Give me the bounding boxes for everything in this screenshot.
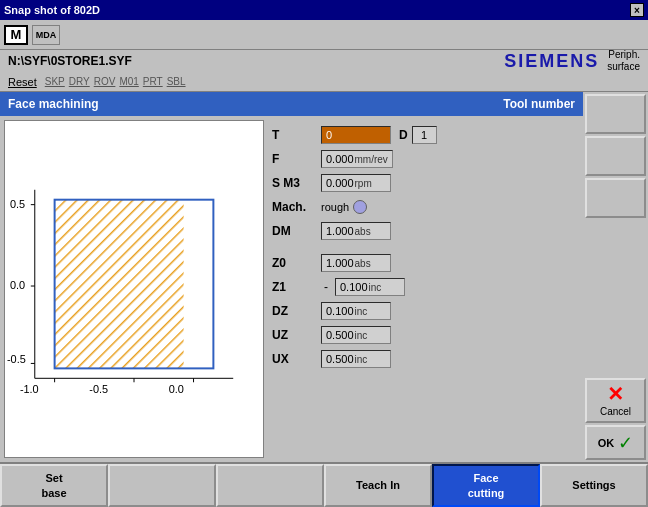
f-input[interactable]: 0.000 mm/rev (321, 150, 393, 168)
f-label: F (272, 152, 317, 166)
rough-indicator: rough (321, 200, 367, 214)
work-area: 0.5 0.0 -0.5 -1.0 -0.5 0.0 (0, 116, 583, 462)
dm-label: DM (272, 224, 317, 238)
tool-number-label: Tool number (503, 97, 575, 111)
dm-row: DM 1.000 abs (272, 220, 579, 242)
cancel-x-icon: ✕ (607, 384, 624, 404)
t-label: T (272, 128, 317, 142)
d-input[interactable]: 1 (412, 126, 437, 144)
dz-label: DZ (272, 304, 317, 318)
tab-dry[interactable]: DRY (69, 76, 90, 87)
graph-area: 0.5 0.0 -0.5 -1.0 -0.5 0.0 (4, 120, 264, 458)
bottom-btn-2[interactable] (108, 464, 216, 507)
ux-label: UX (272, 352, 317, 366)
d-label: D (399, 128, 408, 142)
tool-row: T 0 D 1 (272, 124, 579, 146)
main-window: M MDA N:\SYF\0STORE1.SYF SIEMENS Periph.… (0, 20, 648, 507)
cancel-button[interactable]: ✕ Cancel (585, 378, 646, 423)
filepath-text: N:\SYF\0STORE1.SYF (8, 54, 132, 68)
face-machining-label: Face machining (8, 97, 503, 111)
content-area: Face machining Tool number (0, 92, 648, 462)
m-icon[interactable]: M (4, 25, 28, 45)
bottom-btn-3[interactable] (216, 464, 324, 507)
sidebar-spacer (585, 220, 646, 376)
z1-sign: - (321, 280, 331, 294)
tab-skp[interactable]: SKP (45, 76, 65, 87)
title-bar: Snap shot of 802D × (0, 0, 648, 20)
right-sidebar: ✕ Cancel OK ✓ (583, 92, 648, 462)
dm-input[interactable]: 1.000 abs (321, 222, 391, 240)
close-button[interactable]: × (630, 3, 644, 17)
params-panel: T 0 D 1 F 0.000 mm/re (272, 120, 579, 458)
rough-circle (353, 200, 367, 214)
set-base-button[interactable]: Set base (0, 464, 108, 507)
settings-button[interactable]: Settings (540, 464, 648, 507)
header-row: Face machining Tool number (0, 92, 583, 116)
ok-button[interactable]: OK ✓ (585, 425, 646, 460)
tab-prt[interactable]: PRT (143, 76, 163, 87)
svg-rect-2 (55, 200, 184, 369)
left-panel: Face machining Tool number (0, 92, 583, 462)
teach-in-button[interactable]: Teach In (324, 464, 432, 507)
mach-label: Mach. (272, 200, 317, 214)
toolbar: M MDA (0, 20, 648, 50)
window-title: Snap shot of 802D (4, 4, 100, 16)
svg-text:-0.5: -0.5 (7, 353, 26, 365)
z0-label: Z0 (272, 256, 317, 270)
z0-row: Z0 1.000 abs (272, 252, 579, 274)
dz-row: DZ 0.100 inc (272, 300, 579, 322)
t-input[interactable]: 0 (321, 126, 391, 144)
periph-label: Periph.surface (607, 49, 640, 73)
cancel-label: Cancel (600, 406, 631, 417)
uz-row: UZ 0.500 inc (272, 324, 579, 346)
graph-svg: 0.5 0.0 -0.5 -1.0 -0.5 0.0 (5, 121, 263, 457)
ok-label: OK (598, 437, 615, 449)
s-label: S M3 (272, 176, 317, 190)
ux-input[interactable]: 0.500 inc (321, 350, 391, 368)
uz-label: UZ (272, 328, 317, 342)
z1-input[interactable]: 0.100 inc (335, 278, 405, 296)
sidebar-btn-2[interactable] (585, 136, 646, 176)
mach-row: Mach. rough (272, 196, 579, 218)
sidebar-btn-3[interactable] (585, 178, 646, 218)
svg-text:0.0: 0.0 (169, 383, 184, 395)
reset-tabs: SKP DRY ROV M01 PRT SBL (45, 76, 186, 87)
siemens-logo: SIEMENS (504, 51, 599, 72)
mda-icon[interactable]: MDA (32, 25, 60, 45)
rough-text: rough (321, 201, 349, 213)
filepath-bar: N:\SYF\0STORE1.SYF SIEMENS Periph.surfac… (0, 50, 648, 72)
svg-text:-0.5: -0.5 (89, 383, 108, 395)
tab-sbl[interactable]: SBL (167, 76, 186, 87)
reset-button[interactable]: Reset (8, 76, 37, 88)
svg-text:-1.0: -1.0 (20, 383, 39, 395)
reset-bar: Reset SKP DRY ROV M01 PRT SBL (0, 72, 648, 92)
face-cutting-button[interactable]: Face cutting (432, 464, 540, 507)
tab-m01[interactable]: M01 (119, 76, 138, 87)
svg-text:0.0: 0.0 (10, 279, 25, 291)
ux-row: UX 0.500 inc (272, 348, 579, 370)
z1-label: Z1 (272, 280, 317, 294)
sidebar-btn-1[interactable] (585, 94, 646, 134)
uz-input[interactable]: 0.500 inc (321, 326, 391, 344)
svg-text:0.5: 0.5 (10, 198, 25, 210)
z0-input[interactable]: 1.000 abs (321, 254, 391, 272)
ok-check-icon: ✓ (618, 432, 633, 454)
bottom-bar: Set base Teach In Face cutting Settings (0, 462, 648, 507)
dz-input[interactable]: 0.100 inc (321, 302, 391, 320)
z1-row: Z1 - 0.100 inc (272, 276, 579, 298)
tab-rov[interactable]: ROV (94, 76, 116, 87)
s-row: S M3 0.000 rpm (272, 172, 579, 194)
f-row: F 0.000 mm/rev (272, 148, 579, 170)
s-input[interactable]: 0.000 rpm (321, 174, 391, 192)
